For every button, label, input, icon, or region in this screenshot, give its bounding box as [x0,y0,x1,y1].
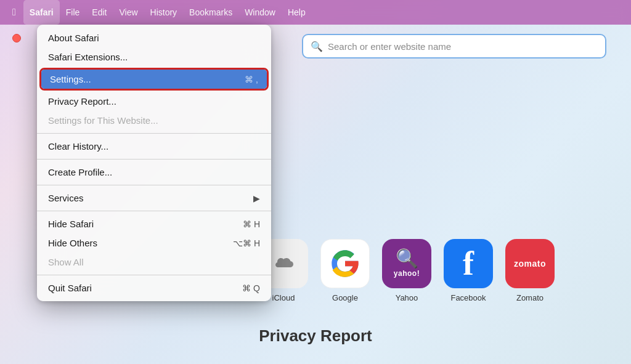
menu-create-profile[interactable]: Create Profile... [37,163,271,182]
close-button[interactable] [12,34,21,42]
yahoo-icon: 🔍 yahoo! [382,239,431,288]
menu-quit-safari[interactable]: Quit Safari ⌘ Q [37,278,271,297]
separator-4 [37,211,271,211]
settings-highlight-border: Settings... ⌘ , [39,68,269,91]
fav-zomato[interactable]: zomato Zomato [505,239,555,302]
search-placeholder: Search or enter website name [328,41,451,52]
fav-google[interactable]: Google [320,239,370,302]
menu-show-all: Show All [37,253,271,272]
facebook-icon: f [444,239,493,288]
zomato-label: Zomato [516,293,543,302]
menu-hide-safari[interactable]: Hide Safari ⌘ H [37,214,271,233]
fav-yahoo[interactable]: 🔍 yahoo! Yahoo [382,239,431,302]
menu-privacy-report[interactable]: Privacy Report... [37,92,271,111]
separator-5 [37,275,271,275]
menu-help[interactable]: Help [282,0,312,25]
menu-bookmarks[interactable]: Bookmarks [183,0,238,25]
menu-edit[interactable]: Edit [86,0,113,25]
apple-menu-icon[interactable]:  [5,0,23,25]
menu-hide-others[interactable]: Hide Others ⌥⌘ H [37,233,271,253]
favorites-row: iCloud Google 🔍 yahoo! Yahoo f Facebook … [259,239,619,302]
privacy-report-label: Privacy Report [259,326,372,346]
menu-history[interactable]: History [144,0,184,25]
menu-view[interactable]: View [113,0,144,25]
safari-menu-dropdown: About Safari Safari Extensions... Settin… [37,25,271,301]
menu-about-safari[interactable]: About Safari [37,28,271,47]
menu-services[interactable]: Services ▶ [37,188,271,208]
icloud-label: iCloud [272,293,295,302]
search-icon: 🔍 [311,41,323,52]
separator-1 [37,133,271,134]
menu-clear-history[interactable]: Clear History... [37,137,271,156]
menu-settings[interactable]: Settings... ⌘ , [41,70,267,89]
menubar:  Safari File Edit View History Bookmark… [0,0,631,25]
traffic-lights [12,34,21,42]
separator-3 [37,185,271,185]
menu-file[interactable]: File [60,0,86,25]
google-label: Google [332,293,358,302]
search-bar[interactable]: 🔍 Search or enter website name [302,34,606,59]
google-icon [320,239,370,288]
menu-safari[interactable]: Safari [23,0,60,25]
separator-2 [37,159,271,160]
yahoo-label: Yahoo [396,293,418,302]
menu-safari-extensions[interactable]: Safari Extensions... [37,47,271,67]
menu-settings-website: Settings for This Website... [37,111,271,130]
zomato-icon: zomato [505,239,555,288]
menu-window[interactable]: Window [238,0,282,25]
facebook-label: Facebook [450,293,486,302]
fav-facebook[interactable]: f Facebook [444,239,493,302]
